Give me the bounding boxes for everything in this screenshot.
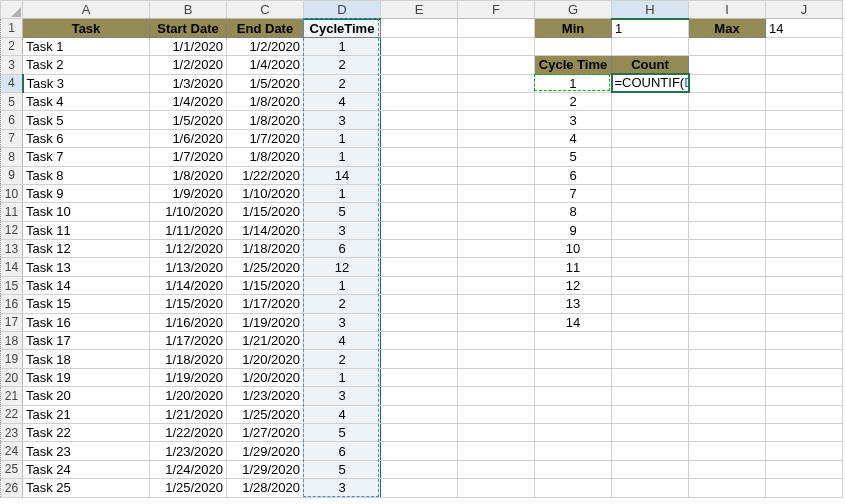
cell-C12[interactable]: 1/14/2020 [227,221,304,239]
cell-C23[interactable]: 1/27/2020 [227,423,304,441]
cell-I5[interactable] [689,92,766,110]
cell-H13[interactable] [612,240,689,258]
cell-D12[interactable]: 3 [304,221,381,239]
cell-J20[interactable] [766,368,843,386]
cell-H11[interactable] [612,203,689,221]
cell-G16[interactable]: 13 [535,295,612,313]
cell-C9[interactable]: 1/22/2020 [227,166,304,184]
cell-G13[interactable]: 10 [535,240,612,258]
row-header-26[interactable]: 26 [1,479,23,497]
cell-H19[interactable] [612,350,689,368]
cell-C24[interactable]: 1/29/2020 [227,442,304,460]
cell-J7[interactable] [766,129,843,147]
row-header-15[interactable]: 15 [1,276,23,294]
cell-G4[interactable]: 1 [535,74,612,92]
cell-H1[interactable]: 1 [612,19,689,37]
cell-E6[interactable] [381,111,458,129]
cell-F24[interactable] [458,442,535,460]
cell-H9[interactable] [612,166,689,184]
cell-A24[interactable]: Task 23 [23,442,150,460]
cell-I7[interactable] [689,129,766,147]
cell-C1[interactable]: End Date [227,19,304,37]
cell-J12[interactable] [766,221,843,239]
cell-H16[interactable] [612,295,689,313]
cell-G11[interactable]: 8 [535,203,612,221]
cell-E1[interactable] [381,19,458,37]
cell-H22[interactable] [612,405,689,423]
row-header-5[interactable]: 5 [1,92,23,110]
cell-J8[interactable] [766,148,843,166]
cell-D26[interactable]: 3 [304,479,381,497]
cell-J13[interactable] [766,240,843,258]
cell-D9[interactable]: 14 [304,166,381,184]
cell-J26[interactable] [766,479,843,497]
cell-E8[interactable] [381,148,458,166]
cell-B20[interactable]: 1/19/2020 [150,368,227,386]
cell-A22[interactable]: Task 21 [23,405,150,423]
cell-E10[interactable] [381,184,458,202]
cell-H21[interactable] [612,387,689,405]
cell-J6[interactable] [766,111,843,129]
cell-G8[interactable]: 5 [535,148,612,166]
cell-C11[interactable]: 1/15/2020 [227,203,304,221]
cell-D20[interactable]: 1 [304,368,381,386]
cell-E21[interactable] [381,387,458,405]
cell-E15[interactable] [381,276,458,294]
cell-F16[interactable] [458,295,535,313]
cell-F7[interactable] [458,129,535,147]
cell-E11[interactable] [381,203,458,221]
row-header-22[interactable]: 22 [1,405,23,423]
cell-A20[interactable]: Task 19 [23,368,150,386]
cell-E20[interactable] [381,368,458,386]
cell-G14[interactable]: 11 [535,258,612,276]
col-header-F[interactable]: F [458,1,535,19]
cell-D14[interactable]: 12 [304,258,381,276]
cell-E3[interactable] [381,56,458,74]
cell-F15[interactable] [458,276,535,294]
cell-E26[interactable] [381,479,458,497]
cell-A8[interactable]: Task 7 [23,148,150,166]
cell-I14[interactable] [689,258,766,276]
cell-H6[interactable] [612,111,689,129]
cell-A4[interactable]: Task 3 [23,74,150,92]
cell-J3[interactable] [766,56,843,74]
cell-H18[interactable] [612,332,689,350]
cell-I20[interactable] [689,368,766,386]
cell-J17[interactable] [766,313,843,331]
cell-I24[interactable] [689,442,766,460]
cell-E7[interactable] [381,129,458,147]
cell-C6[interactable]: 1/8/2020 [227,111,304,129]
cell-B24[interactable]: 1/23/2020 [150,442,227,460]
cell-G20[interactable] [535,368,612,386]
cell-G12[interactable]: 9 [535,221,612,239]
cell-E2[interactable] [381,37,458,55]
cell-B4[interactable]: 1/3/2020 [150,74,227,92]
cell-E9[interactable] [381,166,458,184]
cell-G3[interactable]: Cycle Time [535,56,612,74]
cell-F22[interactable] [458,405,535,423]
col-header-G[interactable]: G [535,1,612,19]
cell-C14[interactable]: 1/25/2020 [227,258,304,276]
row-header-10[interactable]: 10 [1,184,23,202]
cell-D11[interactable]: 5 [304,203,381,221]
cell-B10[interactable]: 1/9/2020 [150,184,227,202]
cell-C16[interactable]: 1/17/2020 [227,295,304,313]
formula-input[interactable]: =COUNTIF(D:D, G4) [612,74,689,92]
col-header-D[interactable]: D [304,1,381,19]
cell-D21[interactable]: 3 [304,387,381,405]
col-header-C[interactable]: C [227,1,304,19]
cell-G18[interactable] [535,332,612,350]
cell-I12[interactable] [689,221,766,239]
cell-F14[interactable] [458,258,535,276]
cell-B21[interactable]: 1/20/2020 [150,387,227,405]
cell-E18[interactable] [381,332,458,350]
cell-B6[interactable]: 1/5/2020 [150,111,227,129]
row-header-8[interactable]: 8 [1,148,23,166]
cell-I1[interactable]: Max [689,19,766,37]
cell-A10[interactable]: Task 9 [23,184,150,202]
cell-D15[interactable]: 1 [304,276,381,294]
cell-A13[interactable]: Task 12 [23,240,150,258]
cell-H4[interactable]: =COUNTIF(D:D, G4) [612,74,689,92]
cell-A15[interactable]: Task 14 [23,276,150,294]
row-header-21[interactable]: 21 [1,387,23,405]
